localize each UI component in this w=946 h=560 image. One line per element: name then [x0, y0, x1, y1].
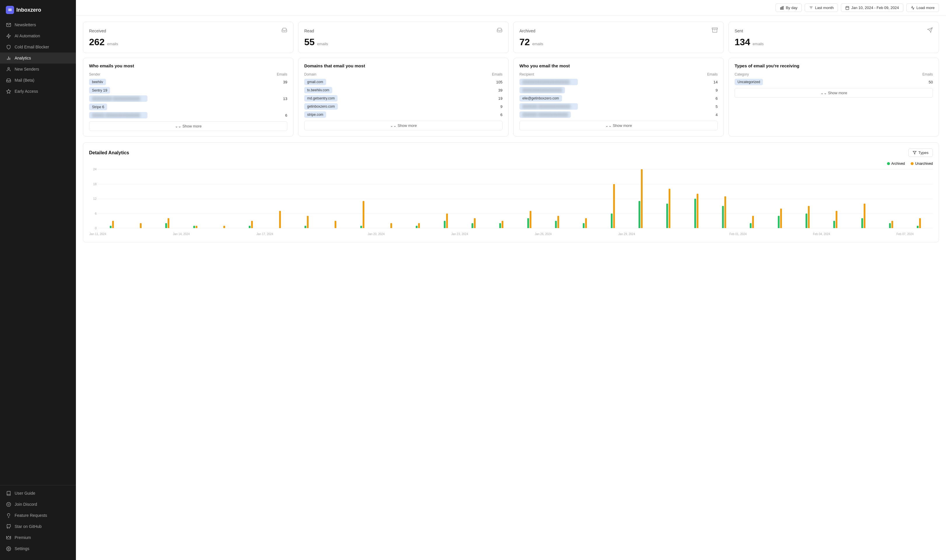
domains-show-more[interactable]: ⌄⌄ Show more — [304, 121, 503, 130]
row-count: 105 — [496, 80, 503, 84]
bar-group — [822, 169, 849, 228]
gear-icon — [6, 546, 11, 551]
bar-group — [404, 169, 432, 228]
row-label: ████████ ████████████████ — [89, 95, 147, 102]
sidebar-item-user-guide[interactable]: User Guide — [0, 488, 76, 499]
sidebar-item-star-github[interactable]: Star on GitHub — [0, 521, 76, 532]
who-you-email-show-more-label: Show more — [613, 123, 632, 128]
sidebar-item-newsletters[interactable]: Newsletters — [0, 19, 76, 30]
svg-rect-14 — [782, 7, 782, 9]
row-count: 9 — [500, 105, 503, 109]
email-types-title: Types of email you're receiving — [735, 63, 933, 68]
email-types-show-more-label: Show more — [828, 91, 847, 95]
list-item: md.getsentry.com 19 — [304, 95, 503, 102]
who-emails-most-headers: Sender Emails — [89, 72, 287, 77]
who-emails-show-more-label: Show more — [182, 124, 202, 128]
stat-card-read: Read 55 emails — [298, 22, 509, 53]
stat-card-sent: Sent 134 emails — [728, 22, 939, 53]
row-label: ████████████████████████ — [519, 79, 578, 85]
archived-bar — [527, 218, 529, 228]
bolt-icon — [6, 33, 11, 38]
stat-card-value: 55 emails — [304, 37, 503, 48]
archived-bar — [110, 226, 111, 228]
stat-card-header: Read — [304, 27, 503, 34]
col-recipient: Recipient — [519, 72, 534, 77]
unarchived-bar — [669, 189, 670, 228]
who-emails-show-more[interactable]: ⌄⌄ Show more — [89, 122, 287, 131]
types-btn-label: Types — [918, 151, 929, 155]
logo-icon: ✉ — [6, 6, 14, 14]
bar-group — [209, 169, 237, 228]
who-emails-most-panel: Who emails you most Sender Emails beehii… — [83, 58, 293, 137]
list-item: ██████ █████████████████ 5 — [519, 103, 718, 110]
archived-legend-dot — [887, 162, 890, 165]
sidebar-item-ai-automation[interactable]: AI Automation — [0, 30, 76, 42]
row-count: 19 — [103, 88, 107, 92]
row-count: 6 — [285, 113, 287, 117]
col-emails-3: Emails — [707, 72, 718, 77]
svg-marker-6 — [6, 89, 11, 93]
bar-group — [543, 169, 571, 228]
archived-bar — [722, 206, 724, 228]
chart-bars — [98, 169, 933, 228]
stat-icon-archived — [712, 27, 718, 34]
app-logo: ✉ Inboxzero — [0, 0, 76, 17]
load-more-button[interactable]: Load more — [906, 3, 939, 12]
sidebar-bottom: User GuideJoin DiscordFeature RequestsSt… — [0, 485, 76, 560]
sidebar-item-premium[interactable]: Premium — [0, 532, 76, 543]
row-label: ██████ ████████████ — [519, 111, 571, 118]
x-label: Feb 07, 2024 — [897, 232, 914, 236]
load-more-label: Load more — [917, 6, 935, 10]
sidebar-item-analytics[interactable]: Analytics — [0, 52, 76, 63]
row-label: Stripe 6 — [89, 103, 107, 110]
row-label: getinboxzero.com — [304, 103, 338, 110]
stat-label: emails — [753, 42, 764, 46]
stat-card-header: Received — [89, 27, 287, 34]
chart-y-axis: 24181260 — [89, 169, 98, 228]
by-day-button[interactable]: By day — [775, 3, 802, 12]
github-icon — [6, 524, 11, 529]
detailed-analytics-title: Detailed Analytics — [89, 150, 129, 155]
who-you-email-show-more[interactable]: ⌄⌄ Show more — [519, 121, 718, 130]
bar-group — [98, 169, 125, 228]
sidebar-item-early-access[interactable]: Early Access — [0, 86, 76, 97]
archived-bar — [611, 214, 613, 228]
x-label: Jan 23, 2024 — [451, 232, 468, 236]
sidebar-item-cold-email-blocker[interactable]: Cold Email Blocker — [0, 42, 76, 52]
stat-icon-received — [281, 27, 287, 34]
row-label: █████ ████████████████ — [89, 112, 147, 118]
types-button[interactable]: Types — [908, 148, 933, 157]
chart-x-axis: Jan 11, 2024Jan 14, 2024Jan 17, 2024Jan … — [98, 228, 933, 236]
sidebar-item-mail-beta[interactable]: Mail (Beta) — [0, 75, 76, 86]
unarchived-bar — [697, 194, 698, 228]
col-emails-4: Emails — [922, 72, 933, 77]
crown-icon — [6, 535, 11, 540]
sidebar-item-join-discord[interactable]: Join Discord — [0, 499, 76, 510]
stat-label: emails — [317, 42, 328, 46]
row-count: 39 — [283, 80, 287, 84]
svg-rect-13 — [781, 7, 781, 9]
sidebar-item-new-senders[interactable]: New Senders — [0, 63, 76, 75]
bar-group — [599, 169, 627, 228]
bar-group — [376, 169, 404, 228]
last-month-button[interactable]: Last month — [805, 3, 838, 12]
row-label: stripe.com — [304, 111, 326, 118]
archived-bar — [444, 221, 446, 228]
unarchived-bar — [363, 201, 364, 228]
unarchived-bar — [557, 216, 559, 228]
row-count: 6 — [500, 112, 503, 117]
email-types-show-more[interactable]: ⌄⌄ Show more — [735, 88, 933, 98]
unarchived-bar — [196, 226, 198, 228]
list-item: Sentry 19 — [89, 87, 287, 94]
stat-card-value: 262 emails — [89, 37, 287, 48]
list-item: tx.beehiiv.com 39 — [304, 87, 503, 93]
unarchived-bar — [418, 223, 420, 228]
stat-icon-sent — [927, 27, 933, 34]
col-sender: Sender — [89, 72, 100, 77]
unarchived-bar — [307, 216, 309, 228]
date-range-button[interactable]: Jan 10, 2024 - Feb 09, 2024 — [841, 3, 903, 12]
calendar-icon — [845, 6, 849, 10]
sidebar-item-settings[interactable]: Settings — [0, 543, 76, 554]
sidebar-item-feature-requests[interactable]: Feature Requests — [0, 510, 76, 521]
svg-point-12 — [8, 548, 9, 549]
